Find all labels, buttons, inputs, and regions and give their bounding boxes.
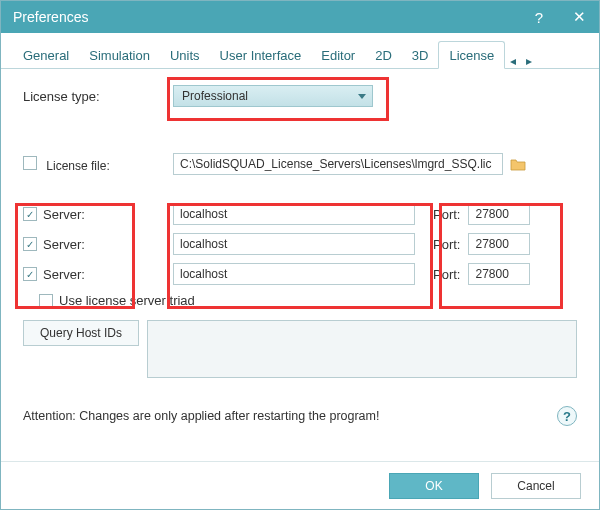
cancel-button[interactable]: Cancel (491, 473, 581, 499)
tab-units[interactable]: Units (160, 42, 210, 68)
tab-scroll-left-icon[interactable]: ◂ (505, 50, 521, 68)
license-file-input[interactable] (173, 153, 503, 175)
license-type-label: License type: (23, 89, 153, 104)
titlebar: Preferences ? ✕ (1, 1, 599, 33)
query-output (147, 320, 577, 378)
dialog-footer: OK Cancel (1, 461, 599, 509)
server-2-port-label: Port: (433, 237, 460, 252)
attention-text: Attention: Changes are only applied afte… (23, 409, 379, 423)
tab-license[interactable]: License (438, 41, 505, 69)
server-row-1: ✓ Server: Port: (23, 203, 577, 225)
license-file-checkbox[interactable] (23, 156, 37, 170)
query-host-ids-button[interactable]: Query Host IDs (23, 320, 139, 346)
server-1-host-input[interactable] (173, 203, 415, 225)
server-3-port-label: Port: (433, 267, 460, 282)
license-type-value: Professional (182, 89, 248, 103)
server-3-host-input[interactable] (173, 263, 415, 285)
server-1-checkbox[interactable]: ✓ (23, 207, 37, 221)
server-2-port-input[interactable] (468, 233, 530, 255)
browse-folder-icon[interactable] (509, 155, 527, 173)
tab-bar: General Simulation Units User Interface … (1, 39, 599, 69)
server-1-port-input[interactable] (468, 203, 530, 225)
server-2-host-input[interactable] (173, 233, 415, 255)
help-icon[interactable]: ? (519, 1, 559, 33)
server-1-port-label: Port: (433, 207, 460, 222)
tab-editor[interactable]: Editor (311, 42, 365, 68)
tab-3d[interactable]: 3D (402, 42, 439, 68)
window-title: Preferences (13, 9, 88, 25)
license-type-dropdown[interactable]: Professional (173, 85, 373, 107)
close-icon[interactable]: ✕ (559, 1, 599, 33)
server-2-label: Server: (43, 237, 85, 252)
tab-user-interface[interactable]: User Interface (210, 42, 312, 68)
server-3-label: Server: (43, 267, 85, 282)
triad-checkbox[interactable] (39, 294, 53, 308)
content-area: License type: Professional License file:… (1, 69, 599, 461)
server-2-checkbox[interactable]: ✓ (23, 237, 37, 251)
tab-simulation[interactable]: Simulation (79, 42, 160, 68)
tab-2d[interactable]: 2D (365, 42, 402, 68)
server-1-label: Server: (43, 207, 85, 222)
server-row-2: ✓ Server: Port: (23, 233, 577, 255)
server-3-checkbox[interactable]: ✓ (23, 267, 37, 281)
tab-scroll-right-icon[interactable]: ▸ (521, 50, 537, 68)
server-3-port-input[interactable] (468, 263, 530, 285)
server-row-3: ✓ Server: Port: (23, 263, 577, 285)
context-help-icon[interactable]: ? (557, 406, 577, 426)
triad-label: Use license server triad (59, 293, 195, 308)
license-file-label: License file: (46, 159, 109, 173)
ok-button[interactable]: OK (389, 473, 479, 499)
tab-general[interactable]: General (13, 42, 79, 68)
preferences-window: Preferences ? ✕ General Simulation Units… (0, 0, 600, 510)
